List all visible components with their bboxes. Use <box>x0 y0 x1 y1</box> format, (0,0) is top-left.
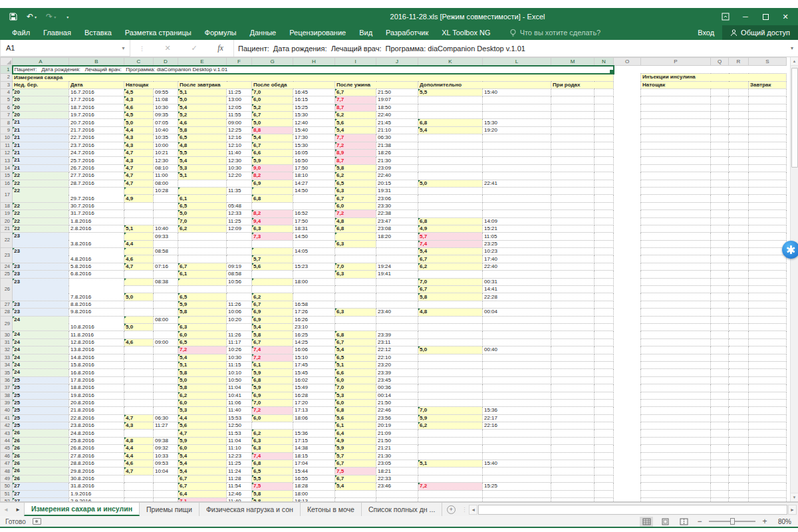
cell-value[interactable] <box>418 134 483 142</box>
cell-value[interactable] <box>252 286 293 293</box>
cell-time[interactable]: 23:11 <box>376 338 418 346</box>
cell-week[interactable]: 26 <box>13 467 69 475</box>
cell[interactable] <box>641 157 711 164</box>
cell[interactable] <box>614 490 641 497</box>
cell[interactable] <box>595 210 614 217</box>
cell[interactable] <box>729 119 749 126</box>
cell-time[interactable]: 18:00 <box>293 490 335 497</box>
cell-time[interactable]: 22:38 <box>376 210 418 217</box>
cell-time[interactable]: 18:10 <box>293 172 335 180</box>
cell-week[interactable]: 25 <box>13 384 69 392</box>
cell-time[interactable] <box>154 195 178 202</box>
cell-value[interactable]: 6,1 <box>252 361 293 368</box>
sheet-tab-0[interactable]: Измерения сахара и инсулин <box>24 503 140 516</box>
cell-value[interactable]: 6,9 <box>252 392 293 399</box>
cell-value[interactable] <box>124 248 154 255</box>
cell-time[interactable] <box>154 361 178 368</box>
cell-time[interactable]: 17:45 <box>293 361 335 368</box>
cell[interactable] <box>641 346 711 354</box>
cell-time[interactable]: 12:25 <box>227 126 252 134</box>
cell-time[interactable]: 11:55 <box>227 112 252 119</box>
cell-value[interactable]: 6,7 <box>335 338 376 346</box>
cell-value[interactable] <box>418 96 483 104</box>
select-all-button[interactable] <box>1 58 13 66</box>
cell[interactable] <box>729 346 749 354</box>
page-layout-view-icon[interactable] <box>658 517 672 527</box>
cell-value[interactable] <box>124 301 154 308</box>
cell-week[interactable]: 20 <box>13 104 69 111</box>
cell-value[interactable]: 5,4 <box>178 104 227 111</box>
cell-value[interactable] <box>178 233 227 240</box>
cell[interactable] <box>551 142 595 149</box>
cell[interactable] <box>711 96 729 104</box>
cell-value[interactable]: 6,3 <box>335 309 376 316</box>
cell-value[interactable] <box>418 112 483 119</box>
cancel-icon[interactable]: ✕ <box>154 40 181 57</box>
cell-time[interactable]: 11:04 <box>227 384 252 392</box>
cell[interactable] <box>641 225 711 232</box>
cell-time[interactable] <box>483 392 551 399</box>
column-header-D[interactable]: D <box>154 58 178 66</box>
cell-time[interactable] <box>483 369 551 376</box>
cell[interactable] <box>551 384 595 392</box>
cell-value[interactable]: 5,6 <box>335 414 376 422</box>
cell-date[interactable]: 16.7.2016 <box>69 88 124 96</box>
cell-time[interactable]: 12:33 <box>227 210 252 217</box>
cell-time[interactable] <box>376 490 418 497</box>
cell[interactable] <box>729 422 749 430</box>
cell[interactable] <box>749 293 787 301</box>
cell[interactable] <box>749 475 787 482</box>
cell-value[interactable]: 6,8 <box>418 217 483 225</box>
cell[interactable] <box>749 233 787 240</box>
cell-time[interactable]: 09:38 <box>154 437 178 444</box>
cell[interactable] <box>595 497 614 502</box>
cell[interactable] <box>595 346 614 354</box>
cell[interactable] <box>641 119 711 126</box>
cell[interactable] <box>641 202 711 209</box>
cell-time[interactable]: 19:20 <box>483 126 551 134</box>
cell[interactable] <box>614 354 641 361</box>
cell[interactable] <box>641 172 711 180</box>
cell-date[interactable]: 1.9.2016 <box>69 490 124 497</box>
cell-value[interactable]: 6,8 <box>335 407 376 414</box>
cell-value[interactable]: 4,7 <box>178 430 227 437</box>
cell[interactable] <box>729 316 749 323</box>
cell-value[interactable] <box>252 187 293 194</box>
row-header-17[interactable]: 17 <box>1 187 13 202</box>
cell-time[interactable]: 17:30 <box>293 134 335 142</box>
cell-value[interactable]: 4,6 <box>124 104 154 111</box>
cell[interactable] <box>729 240 749 247</box>
cell-value[interactable] <box>335 248 376 255</box>
cell-value[interactable]: 6,2 <box>252 430 293 437</box>
cell[interactable] <box>614 361 641 368</box>
cell[interactable] <box>711 430 729 437</box>
cell[interactable] <box>641 361 711 368</box>
cell[interactable] <box>614 497 641 502</box>
cell-value[interactable] <box>418 301 483 308</box>
cell-value[interactable] <box>335 255 376 263</box>
cell[interactable] <box>614 119 641 126</box>
cell[interactable] <box>614 104 641 111</box>
cell-value[interactable]: 5,1 <box>178 361 227 368</box>
cell-value[interactable] <box>335 286 376 293</box>
cell-value[interactable]: 5,0 <box>124 324 154 331</box>
cell-time[interactable]: 00:36 <box>376 384 418 392</box>
cell[interactable] <box>595 467 614 475</box>
cell[interactable] <box>595 354 614 361</box>
cell-value[interactable]: 6,7 <box>252 112 293 119</box>
cell[interactable] <box>711 180 729 187</box>
cell[interactable] <box>729 157 749 164</box>
cell[interactable] <box>551 452 595 460</box>
cell-value[interactable]: 4,5 <box>124 88 154 96</box>
cell[interactable] <box>641 483 711 490</box>
cell-time[interactable] <box>293 271 335 278</box>
cell[interactable] <box>729 217 749 225</box>
cell[interactable] <box>641 150 711 157</box>
cell-value[interactable]: 4,7 <box>124 467 154 475</box>
cell-time[interactable]: 10:10 <box>227 369 252 376</box>
row-header-24[interactable]: 24 <box>1 263 13 270</box>
cell-date[interactable]: 31.7.2016 <box>69 210 124 217</box>
cell-week[interactable]: 24 <box>13 316 69 331</box>
cell[interactable] <box>711 346 729 354</box>
cell-week[interactable]: 25 <box>13 399 69 406</box>
